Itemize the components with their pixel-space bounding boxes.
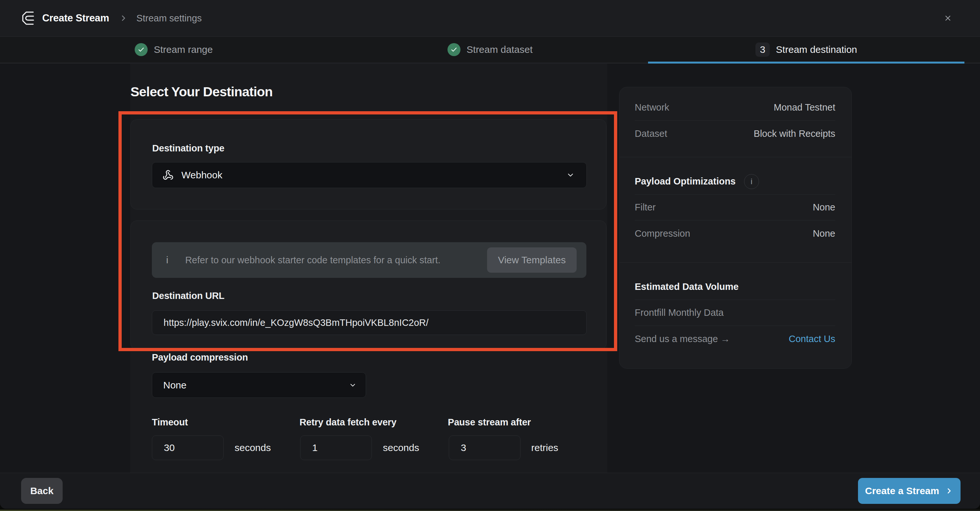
step-label: Stream destination <box>776 44 857 55</box>
step-number-badge: 3 <box>756 43 770 57</box>
step-stream-destination[interactable]: 3 Stream destination <box>648 36 964 63</box>
row-value: Monad Testnet <box>774 102 835 113</box>
step-label: Stream range <box>154 44 213 55</box>
retry-label: Retry data fetch every <box>299 417 396 428</box>
page-title: Create Stream <box>42 12 109 24</box>
row-label: Frontfill Monthly Data <box>635 307 724 318</box>
close-button[interactable] <box>941 11 955 25</box>
retry-unit: seconds <box>383 435 419 460</box>
summary-row-frontfill: Frontfill Monthly Data <box>635 300 835 326</box>
contact-us-link[interactable]: Contact Us <box>789 334 835 344</box>
summary-row-dataset: Dataset Block with Receipts <box>635 121 835 146</box>
summary-row-compression: Compression None <box>635 221 835 246</box>
row-value: Block with Receipts <box>754 129 835 139</box>
view-templates-button[interactable]: View Templates <box>487 248 577 273</box>
header: Create Stream Stream settings <box>0 0 980 36</box>
timeout-label: Timeout <box>152 417 188 428</box>
chevron-right-icon <box>945 487 953 495</box>
destination-type-select[interactable]: Webhook <box>152 162 587 188</box>
send-message-label: Send us a message → <box>635 334 730 344</box>
destination-url-input[interactable]: https://play.svix.com/in/e_KOzgW8sQ3BmTH… <box>152 310 587 335</box>
step-stream-dataset[interactable]: Stream dataset <box>332 36 648 63</box>
webhook-icon <box>162 170 173 181</box>
steps-bar: Stream range Stream dataset 3 Stream des… <box>0 36 980 63</box>
close-icon <box>944 14 952 22</box>
main-content: Select Your Destination Destination type… <box>0 63 980 473</box>
section-title: Payload Optimizations <box>635 176 736 187</box>
footer: Back Create a Stream <box>0 473 980 509</box>
info-icon: i <box>166 254 169 265</box>
destination-url-label: Destination URL <box>152 290 224 301</box>
breadcrumb-chevron-icon <box>119 14 128 23</box>
pause-unit: retries <box>531 435 558 460</box>
pause-label: Pause stream after <box>448 417 531 428</box>
row-label: Compression <box>635 228 690 239</box>
row-label: Network <box>635 102 669 113</box>
row-value: None <box>813 228 835 239</box>
section-title: Estimated Data Volume <box>635 281 738 292</box>
summary-row-filter: Filter None <box>635 195 835 221</box>
create-stream-modal: Create Stream Stream settings Stream ran… <box>0 0 980 509</box>
destination-type-value: Webhook <box>181 170 222 181</box>
payload-compression-value: None <box>163 380 186 391</box>
timeout-input[interactable]: 30 <box>152 435 224 460</box>
summary-row-contact: Send us a message → Contact Us <box>635 326 835 352</box>
pause-input[interactable]: 3 <box>449 435 520 460</box>
summary-row-network: Network Monad Testnet <box>635 95 835 121</box>
payload-compression-label: Payload compression <box>152 352 248 363</box>
destination-type-card: Destination type Webhook <box>130 119 606 209</box>
info-circle-icon[interactable]: i <box>744 174 759 189</box>
row-label: Dataset <box>635 129 667 139</box>
stream-summary-panel: Network Monad Testnet Dataset Block with… <box>619 87 852 369</box>
payload-optimizations-header: Payload Optimizations i <box>635 157 835 195</box>
page-heading: Select Your Destination <box>130 84 273 100</box>
background-desktop-edge <box>0 510 980 511</box>
destination-type-label: Destination type <box>152 143 224 154</box>
info-banner: i Refer to our webhook starter code temp… <box>152 242 586 278</box>
quicknode-logo-icon <box>21 11 34 25</box>
create-stream-label: Create a Stream <box>865 486 939 497</box>
breadcrumb: Stream settings <box>136 13 202 24</box>
step-stream-range[interactable]: Stream range <box>16 36 332 63</box>
check-icon <box>447 43 460 56</box>
payload-compression-select[interactable]: None <box>152 372 366 398</box>
chevron-down-icon <box>349 381 356 389</box>
webhook-config-card: i Refer to our webhook starter code temp… <box>130 221 606 349</box>
step-label: Stream dataset <box>467 44 533 55</box>
check-icon <box>135 43 148 56</box>
back-button[interactable]: Back <box>21 478 63 504</box>
row-label: Filter <box>635 202 655 213</box>
row-value: None <box>813 202 835 213</box>
chevron-down-icon <box>566 171 575 179</box>
estimated-data-volume-header: Estimated Data Volume <box>635 263 835 300</box>
timeout-unit: seconds <box>235 435 271 460</box>
create-stream-button[interactable]: Create a Stream <box>858 478 961 504</box>
retry-input[interactable]: 1 <box>300 435 372 460</box>
info-banner-text: Refer to our webhook starter code templa… <box>185 255 441 265</box>
